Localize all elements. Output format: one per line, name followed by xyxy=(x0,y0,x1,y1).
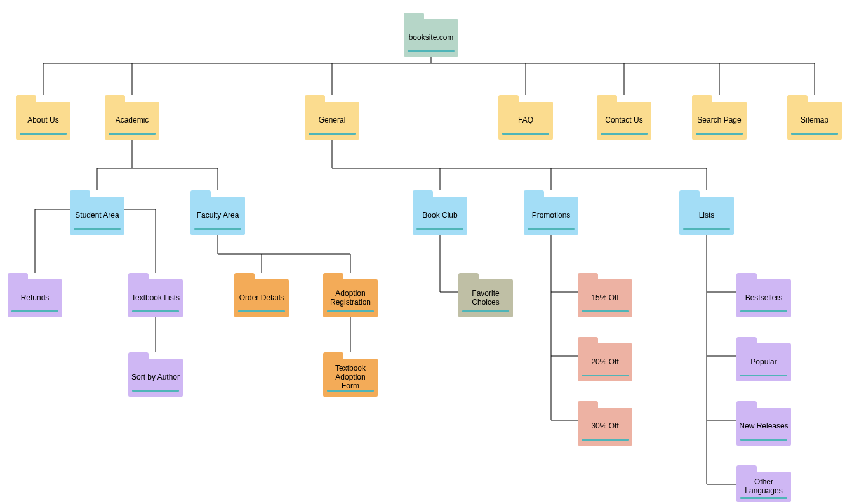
node-label: Textbook Lists xyxy=(131,294,180,303)
node-label: 30% Off xyxy=(591,422,618,431)
node-sitemap[interactable]: Sitemap xyxy=(787,102,842,140)
node-label: Academic xyxy=(116,116,149,125)
node-label: booksite.com xyxy=(409,34,454,43)
connector-lines xyxy=(0,0,845,504)
node-order-details[interactable]: Order Details xyxy=(234,279,289,317)
node-label: Order Details xyxy=(239,294,284,303)
node-label: 20% Off xyxy=(591,358,618,367)
node-other-languages[interactable]: Other Languages xyxy=(736,472,791,502)
node-label: Contact Us xyxy=(605,116,642,125)
node-label: Promotions xyxy=(532,211,571,220)
node-label: Faculty Area xyxy=(197,211,239,220)
node-general[interactable]: General xyxy=(305,102,359,140)
node-textbook-adoption-form[interactable]: Textbook Adoption Form xyxy=(323,359,378,397)
node-promotions[interactable]: Promotions xyxy=(524,197,578,235)
node-refunds[interactable]: Refunds xyxy=(8,279,62,317)
node-label: New Releases xyxy=(739,422,788,431)
node-label: Bestsellers xyxy=(745,294,783,303)
node-label: Adoption Registration xyxy=(326,289,375,307)
node-label: Other Languages xyxy=(739,478,788,496)
node-label: Student Area xyxy=(75,211,119,220)
node-adoption-registration[interactable]: Adoption Registration xyxy=(323,279,378,317)
node-label: About Us xyxy=(27,116,58,125)
node-popular[interactable]: Popular xyxy=(736,343,791,381)
node-label: Search Page xyxy=(697,116,741,125)
node-label: Sitemap xyxy=(801,116,828,125)
node-search-page[interactable]: Search Page xyxy=(692,102,747,140)
node-label: Textbook Adoption Form xyxy=(326,364,375,390)
node-faculty-area[interactable]: Faculty Area xyxy=(190,197,245,235)
node-root[interactable]: booksite.com xyxy=(404,19,458,57)
node-book-club[interactable]: Book Club xyxy=(413,197,467,235)
node-about-us[interactable]: About Us xyxy=(16,102,70,140)
node-lists[interactable]: Lists xyxy=(679,197,734,235)
node-faq[interactable]: FAQ xyxy=(498,102,553,140)
node-20-off[interactable]: 20% Off xyxy=(578,343,632,381)
node-15-off[interactable]: 15% Off xyxy=(578,279,632,317)
node-student-area[interactable]: Student Area xyxy=(70,197,124,235)
node-label: Lists xyxy=(699,211,715,220)
sitemap-diagram: booksite.com About Us Academic General F… xyxy=(0,0,845,504)
node-30-off[interactable]: 30% Off xyxy=(578,408,632,446)
node-new-releases[interactable]: New Releases xyxy=(736,408,791,446)
node-label: Refunds xyxy=(21,294,50,303)
node-label: Popular xyxy=(750,358,776,367)
node-label: FAQ xyxy=(518,116,533,125)
node-favorite-choices[interactable]: Favorite Choices xyxy=(458,279,513,317)
node-label: 15% Off xyxy=(591,294,618,303)
node-academic[interactable]: Academic xyxy=(105,102,159,140)
node-contact-us[interactable]: Contact Us xyxy=(597,102,651,140)
node-textbook-lists[interactable]: Textbook Lists xyxy=(128,279,183,317)
node-label: Sort by Author xyxy=(131,373,180,382)
node-bestsellers[interactable]: Bestsellers xyxy=(736,279,791,317)
node-label: Book Club xyxy=(422,211,457,220)
node-label: Favorite Choices xyxy=(461,289,510,307)
node-label: General xyxy=(319,116,346,125)
node-sort-by-author[interactable]: Sort by Author xyxy=(128,359,183,397)
